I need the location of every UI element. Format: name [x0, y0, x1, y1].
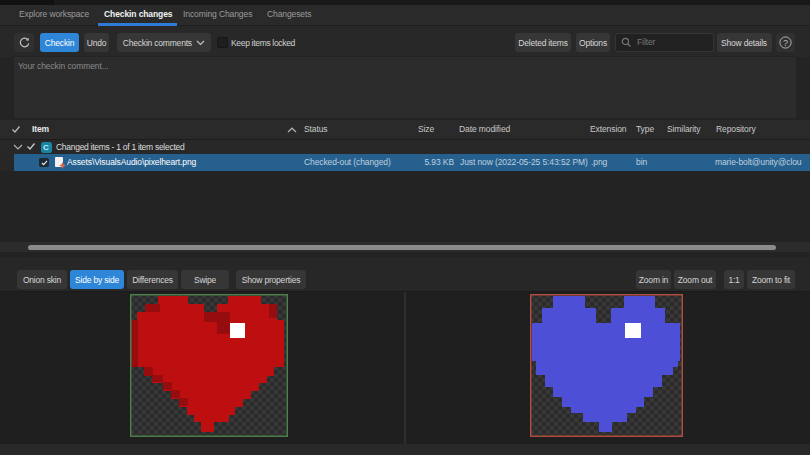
svg-text:?: ?	[783, 38, 788, 48]
